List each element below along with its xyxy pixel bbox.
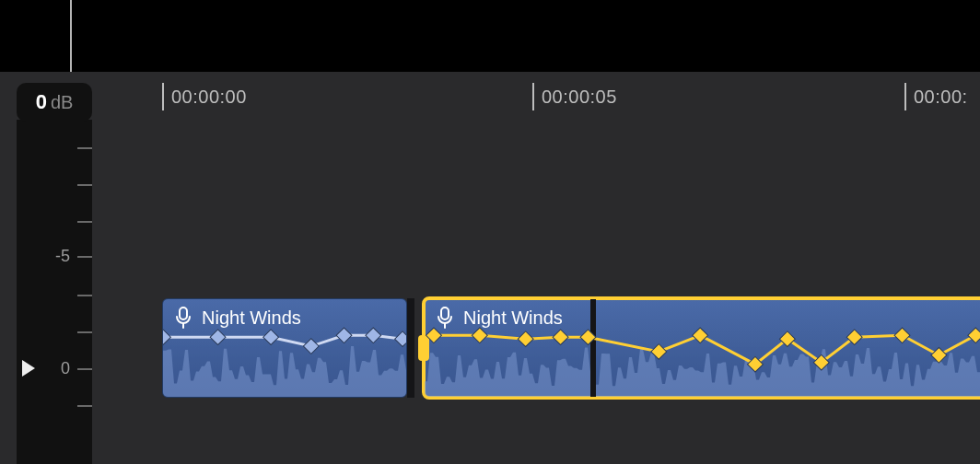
timecode-ruler[interactable]: 00:00:0000:00:0500:00:	[92, 72, 980, 122]
clip-label: Night Winds	[436, 307, 563, 329]
clip-name: Night Winds	[463, 307, 563, 329]
clip-name: Night Winds	[202, 307, 301, 329]
volume-keyframe[interactable]	[931, 348, 947, 364]
volume-keyframe[interactable]	[163, 330, 170, 345]
volume-keyframe[interactable]	[263, 330, 279, 345]
volume-level-caret-icon[interactable]	[22, 360, 35, 377]
volume-keyframe[interactable]	[366, 328, 381, 343]
ruler-tick	[77, 256, 92, 258]
timecode-label: 00:00:00	[171, 87, 247, 108]
volume-db-value: 0	[36, 90, 47, 114]
timecode-tick	[904, 83, 906, 110]
ruler-tick	[77, 221, 92, 223]
audio-track-lane[interactable]: Night WindsNight Winds	[162, 298, 980, 398]
volume-keyframe[interactable]	[426, 328, 442, 343]
timecode-mark[interactable]: 00:00:	[904, 79, 968, 114]
ruler-tick	[77, 147, 92, 149]
svg-rect-2	[441, 307, 449, 319]
volume-keyframe[interactable]	[303, 339, 319, 354]
ruler-label: -5	[55, 247, 70, 266]
volume-keyframe[interactable]	[472, 328, 487, 343]
timecode-mark[interactable]: 00:00:05	[532, 79, 617, 114]
volume-keyframe[interactable]	[651, 344, 667, 360]
ruler-tick	[77, 368, 92, 370]
volume-keyframe[interactable]	[968, 328, 980, 343]
ruler-tick	[77, 405, 92, 407]
ruler-tick	[77, 331, 92, 333]
volume-keyframe[interactable]	[693, 328, 708, 343]
timecode-tick	[532, 83, 534, 110]
clip-boundary[interactable]	[407, 298, 414, 398]
timecode-tick	[162, 83, 164, 110]
ruler-tick	[77, 295, 92, 296]
timecode-label: 00:00:	[914, 87, 968, 108]
volume-keyframe[interactable]	[210, 330, 226, 345]
volume-keyframe[interactable]	[518, 331, 533, 347]
volume-keyframe[interactable]	[894, 328, 910, 343]
volume-db-indicator[interactable]: 0 dB	[17, 83, 92, 122]
callout-pointer-line	[70, 0, 72, 83]
volume-keyframe[interactable]	[336, 328, 352, 343]
timecode-label: 00:00:05	[542, 87, 617, 108]
audio-clip[interactable]: Night Winds	[162, 298, 407, 398]
ruler-tick	[77, 184, 92, 186]
title-bar-region	[0, 0, 980, 72]
microphone-icon	[436, 307, 454, 329]
vertical-db-ruler[interactable]: -50	[17, 120, 92, 464]
timecode-mark[interactable]: 00:00:00	[162, 79, 247, 114]
volume-keyframe[interactable]	[553, 330, 568, 345]
volume-keyframe[interactable]	[395, 331, 406, 347]
volume-db-unit: dB	[51, 92, 73, 113]
volume-keyframe[interactable]	[580, 330, 596, 345]
microphone-icon	[174, 307, 192, 329]
svg-rect-0	[180, 307, 187, 319]
timeline-area[interactable]: 00:00:0000:00:0500:00: Night WindsNight …	[92, 72, 980, 464]
audio-clip[interactable]: Night Winds	[424, 298, 980, 398]
ruler-label: 0	[61, 359, 70, 378]
clip-label: Night Winds	[174, 307, 301, 329]
